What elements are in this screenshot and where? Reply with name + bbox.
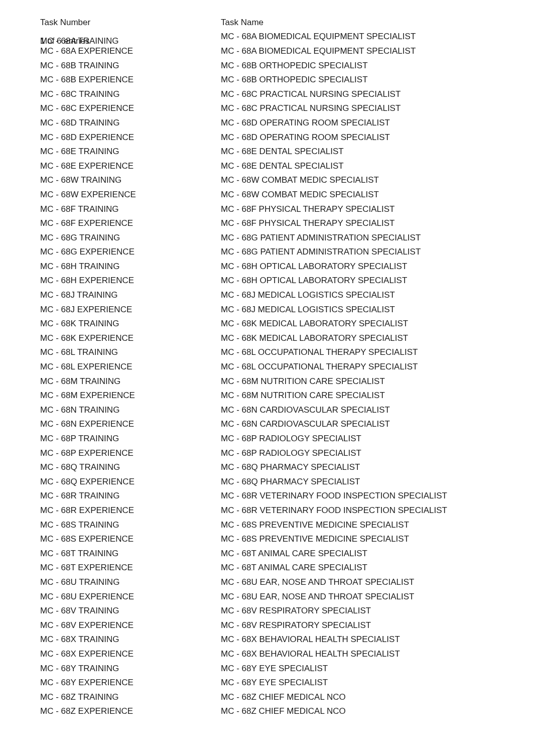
task-number-cell: MC - 68Y EXPERIENCE	[40, 678, 221, 687]
task-name-cell: MC - 68S PREVENTIVE MEDICINE SPECIALIST	[221, 521, 533, 529]
table-row: MC - 68P EXPERIENCE MC - 68P RADIOLOGY S…	[40, 446, 533, 460]
table-row: MC - 68H TRAINING MC - 68H OPTICAL LABOR…	[40, 259, 533, 274]
task-name-cell: MC - 68X BEHAVIORAL HEALTH SPECIALIST	[221, 635, 533, 644]
task-name-cell: MC - 68J MEDICAL LOGISTICS SPECIALIST	[221, 291, 533, 299]
task-number-cell: MC - 68C TRAINING	[40, 90, 221, 98]
table-row: MC - 68P TRAINING MC - 68P RADIOLOGY SPE…	[40, 431, 533, 446]
task-name-cell: MC - 68B ORTHOPEDIC SPECIALIST	[221, 61, 533, 70]
task-number-cell: MC - 68X EXPERIENCE	[40, 650, 221, 658]
task-name-cell: MC - 68P RADIOLOGY SPECIALIST	[221, 434, 533, 443]
table-row: MC - 68J TRAINING MC - 68J MEDICAL LOGIS…	[40, 288, 533, 302]
task-name-cell: MC - 68Z CHIEF MEDICAL NCO	[221, 693, 533, 701]
header-row: Task Number Task Name	[40, 15, 533, 30]
task-name-cell: MC - 68X BEHAVIORAL HEALTH SPECIALIST	[221, 650, 533, 658]
task-name-cell: MC - 68S PREVENTIVE MEDICINE SPECIALIST	[221, 535, 533, 543]
task-number-cell: MC - 68W EXPERIENCE	[40, 190, 221, 199]
table-row: MC - 68V EXPERIENCE MC - 68V RESPIRATORY…	[40, 618, 533, 633]
task-number-cell: MC - 68S TRAINING	[40, 521, 221, 529]
table-row: MC - 68D EXPERIENCE MC - 68D OPERATING R…	[40, 130, 533, 145]
table-row: MC - 68W TRAINING MC - 68W COMBAT MEDIC …	[40, 173, 533, 188]
task-name-cell: MC - 68F PHYSICAL THERAPY SPECIALIST	[221, 205, 533, 213]
task-number-cell: MC - 68M EXPERIENCE	[40, 391, 221, 400]
table-row: MC - 68L EXPERIENCE MC - 68L OCCUPATIONA…	[40, 359, 533, 374]
task-number-cell: MC - 68E EXPERIENCE	[40, 162, 221, 170]
table-row: MC - 68E TRAINING MC - 68E DENTAL SPECIA…	[40, 144, 533, 159]
task-number-cell: MC - 68E TRAINING	[40, 147, 221, 156]
task-number-cell: MC - 68U EXPERIENCE	[40, 592, 221, 601]
task-name-cell: MC - 68L OCCUPATIONAL THERAPY SPECIALIST	[221, 348, 533, 356]
task-name-cell: MC - 68J MEDICAL LOGISTICS SPECIALIST	[221, 305, 533, 314]
table-row: MC - 68C EXPERIENCE MC - 68C PRACTICAL N…	[40, 101, 533, 116]
table-row: MC - 68Y EXPERIENCE MC - 68Y EYE SPECIAL…	[40, 675, 533, 690]
task-name-cell: MC - 68E DENTAL SPECIALIST	[221, 147, 533, 156]
task-name-cell: MC - 68Y EYE SPECIALIST	[221, 664, 533, 673]
task-number-cell: MC - 68D TRAINING	[40, 118, 221, 127]
task-number-cell: MC - 68T TRAINING	[40, 549, 221, 558]
table-row: MC - 68R TRAINING MC - 68R VETERINARY FO…	[40, 489, 533, 503]
task-name-cell: MC - 68C PRACTICAL NURSING SPECIALIST	[221, 90, 533, 98]
task-name-cell: MC - 68E DENTAL SPECIALIST	[221, 162, 533, 170]
task-name-cell: MC - 68T ANIMAL CARE SPECIALIST	[221, 549, 533, 558]
task-number-cell: MC - 68J TRAINING	[40, 291, 221, 299]
task-name-cell: MC - 68K MEDICAL LABORATORY SPECIALIST	[221, 319, 533, 328]
task-number-cell: MC - 68G TRAINING	[40, 233, 221, 242]
table-row: MC - 68Z TRAINING MC - 68Z CHIEF MEDICAL…	[40, 690, 533, 704]
task-name-cell: MC - 68Q PHARMACY SPECIALIST	[221, 477, 533, 486]
table-row: MC - 68S EXPERIENCE MC - 68S PREVENTIVE …	[40, 532, 533, 546]
task-number-cell: MC - 68D EXPERIENCE	[40, 133, 221, 142]
task-name-cell: MC - 68R VETERINARY FOOD INSPECTION SPEC…	[221, 491, 533, 500]
header-task-name: Task Name	[221, 18, 533, 27]
task-number-cell: MC - 68V TRAINING	[40, 606, 221, 615]
task-number-cell: MC - 68J EXPERIENCE	[40, 305, 221, 314]
table-row: MC - 68K TRAINING MC - 68K MEDICAL LABOR…	[40, 316, 533, 331]
task-number-cell: MC - 68T EXPERIENCE	[40, 563, 221, 572]
task-name-cell: MC - 68U EAR, NOSE AND THROAT SPECIALIST	[221, 592, 533, 601]
task-name-cell: MC - 68D OPERATING ROOM SPECIALIST	[221, 133, 533, 142]
table-row: MC - 68T TRAINING MC - 68T ANIMAL CARE S…	[40, 546, 533, 561]
task-name-cell: MC - 68L OCCUPATIONAL THERAPY SPECIALIST	[221, 362, 533, 371]
task-name-cell: MC - 68H OPTICAL LABORATORY SPECIALIST	[221, 276, 533, 285]
table-row: MC - 68K EXPERIENCE MC - 68K MEDICAL LAB…	[40, 331, 533, 345]
task-number-cell: MC - 68U TRAINING	[40, 578, 221, 586]
task-number-cell: MC - 68N TRAINING	[40, 406, 221, 414]
task-number-cell: MC - 68C EXPERIENCE	[40, 104, 221, 112]
task-number-cell: MC - 68K TRAINING	[40, 319, 221, 328]
table-row: MC - 68X EXPERIENCE MC - 68X BEHAVIORAL …	[40, 647, 533, 661]
table-row: MC - 68W EXPERIENCE MC - 68W COMBAT MEDI…	[40, 187, 533, 202]
task-name-cell: MC - 68C PRACTICAL NURSING SPECIALIST	[221, 104, 533, 112]
task-name-cell: MC - 68F PHYSICAL THERAPY SPECIALIST	[221, 219, 533, 227]
task-number-cell: MC - 68W TRAINING	[40, 176, 221, 184]
task-name-cell: MC - 68R VETERINARY FOOD INSPECTION SPEC…	[221, 506, 533, 515]
task-number-cell: MC - 68R TRAINING	[40, 491, 221, 500]
table-row: MC - 68A EXPERIENCE MC - 68A BIOMEDICAL …	[40, 44, 533, 58]
table-row: MC - 68U EXPERIENCE MC - 68U EAR, NOSE A…	[40, 589, 533, 604]
task-number-cell: MC - 68Z TRAINING	[40, 693, 221, 701]
task-name-cell: MC - 68U EAR, NOSE AND THROAT SPECIALIST	[221, 578, 533, 586]
task-number-cell: MC - 68Q TRAINING	[40, 463, 221, 471]
table-row: MC - 68N EXPERIENCE MC - 68N CARDIOVASCU…	[40, 417, 533, 432]
task-name-cell: MC - 68M NUTRITION CARE SPECIALIST	[221, 391, 533, 400]
table-row: MC - 68Q EXPERIENCE MC - 68Q PHARMACY SP…	[40, 474, 533, 489]
task-number-cell: MC - 68V EXPERIENCE	[40, 621, 221, 629]
table-row: MC - 68B TRAINING MC - 68B ORTHOPEDIC SP…	[40, 58, 533, 73]
header-task-number: Task Number	[40, 18, 221, 27]
table-row: MC - 68A TRAINING 1 of 6 entries MC - 68…	[40, 30, 533, 44]
task-name-cell: MC - 68A BIOMEDICAL EQUIPMENT SPECIALIST	[221, 32, 533, 41]
task-name-cell: MC - 68H OPTICAL LABORATORY SPECIALIST	[221, 262, 533, 271]
task-name-cell: MC - 68M NUTRITION CARE SPECIALIST	[221, 377, 533, 386]
task-number-cell: MC - 68Q EXPERIENCE	[40, 477, 221, 486]
table-row: MC - 68J EXPERIENCE MC - 68J MEDICAL LOG…	[40, 302, 533, 317]
task-number-cell: MC - 68L TRAINING	[40, 348, 221, 356]
table-row: MC - 68V TRAINING MC - 68V RESPIRATORY S…	[40, 603, 533, 618]
task-name-cell: MC - 68K MEDICAL LABORATORY SPECIALIST	[221, 334, 533, 342]
task-name-cell: MC - 68Z CHIEF MEDICAL NCO	[221, 707, 533, 715]
task-number-cell: MC - 68R EXPERIENCE	[40, 506, 221, 515]
table-row: MC - 68G EXPERIENCE MC - 68G PATIENT ADM…	[40, 245, 533, 260]
task-number-cell: MC - 68X TRAINING	[40, 635, 221, 644]
table-row: MC - 68U TRAINING MC - 68U EAR, NOSE AND…	[40, 575, 533, 589]
task-name-cell: MC - 68Y EYE SPECIALIST	[221, 678, 533, 687]
task-number-cell: MC - 68F EXPERIENCE	[40, 219, 221, 227]
table-row: MC - 68N TRAINING MC - 68N CARDIOVASCULA…	[40, 403, 533, 417]
task-name-cell: MC - 68D OPERATING ROOM SPECIALIST	[221, 118, 533, 127]
task-number-cell: MC - 68B TRAINING	[40, 61, 221, 70]
